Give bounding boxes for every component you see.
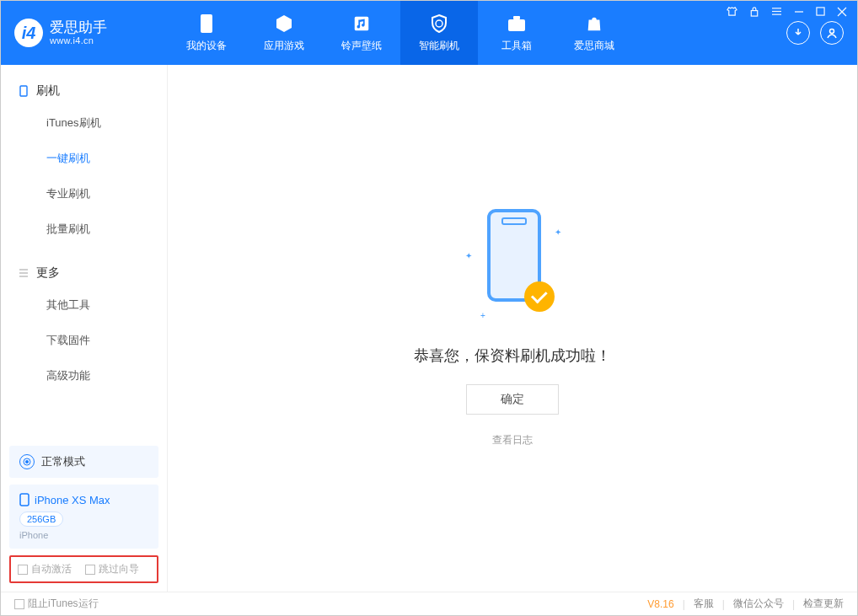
version-label: V8.16	[647, 598, 673, 610]
status-bar: 阻止iTunes运行 V8.16 | 客服 | 微信公众号 | 检查更新	[1, 592, 857, 615]
nav-my-device[interactable]: 我的设备	[168, 1, 245, 65]
view-log-link[interactable]: 查看日志	[492, 433, 533, 447]
svg-rect-9	[817, 8, 824, 15]
footer-link-support[interactable]: 客服	[694, 597, 714, 611]
toolbox-icon	[507, 13, 527, 34]
sidebar-header-flash: 刷机	[1, 77, 167, 105]
sidebar-section-flash: 刷机 iTunes刷机 一键刷机 专业刷机 批量刷机	[1, 65, 167, 247]
checkbox-label: 跳过向导	[99, 562, 139, 576]
app-header: i4 爱思助手 www.i4.cn 我的设备 应用游戏 铃声壁纸 智能刷机 工具…	[1, 1, 857, 65]
mode-icon	[19, 454, 35, 469]
checkbox-label: 自动激活	[31, 562, 72, 576]
logo-text: 爱思助手 www.i4.cn	[50, 20, 107, 46]
device-storage: 256GB	[19, 512, 63, 527]
svg-rect-4	[751, 11, 757, 17]
device-name: iPhone XS Max	[35, 494, 110, 506]
app-url: www.i4.cn	[50, 35, 107, 46]
footer-link-update[interactable]: 检查更新	[803, 597, 844, 611]
svg-rect-2	[508, 19, 525, 31]
device-card[interactable]: iPhone XS Max 256GB iPhone	[9, 485, 158, 549]
confirm-button[interactable]: 确定	[466, 384, 559, 415]
app-body: 刷机 iTunes刷机 一键刷机 专业刷机 批量刷机 更多 其他工具 下载固件 …	[1, 65, 857, 592]
nav-label: 铃声壁纸	[341, 39, 382, 53]
svg-point-12	[830, 29, 834, 34]
user-button[interactable]	[820, 21, 844, 45]
sparkle-icon: ✦	[465, 251, 472, 260]
lock-icon[interactable]	[749, 6, 759, 19]
sidebar-section-more: 更多 其他工具 下载固件 高级功能	[1, 247, 167, 394]
sidebar-item-batch-flash[interactable]: 批量刷机	[1, 212, 167, 247]
sidebar: 刷机 iTunes刷机 一键刷机 专业刷机 批量刷机 更多 其他工具 下载固件 …	[1, 65, 168, 592]
nav-label: 智能刷机	[419, 39, 459, 53]
phone-small-icon	[19, 493, 29, 506]
checkbox-block-itunes[interactable]: 阻止iTunes运行	[14, 597, 99, 611]
sidebar-item-download-firmware[interactable]: 下载固件	[1, 323, 167, 358]
sparkle-icon: +	[480, 311, 485, 320]
nav-label: 爱思商城	[574, 39, 614, 53]
header-right-buttons	[786, 21, 844, 45]
footer-right: V8.16 | 客服 | 微信公众号 | 检查更新	[647, 597, 844, 611]
svg-rect-13	[20, 86, 27, 96]
success-illustration: ✦ ✦ +	[462, 209, 563, 327]
sidebar-item-pro-flash[interactable]: 专业刷机	[1, 176, 167, 212]
checkbox-auto-activate[interactable]: 自动激活	[18, 562, 72, 576]
window-controls	[727, 6, 847, 19]
svg-point-17	[25, 460, 29, 463]
sidebar-item-itunes-flash[interactable]: iTunes刷机	[1, 105, 167, 141]
mode-label: 正常模式	[41, 454, 85, 469]
app-name: 爱思助手	[50, 20, 107, 36]
check-badge-icon	[524, 281, 555, 312]
sidebar-item-oneclick-flash[interactable]: 一键刷机	[1, 141, 167, 176]
nav-store[interactable]: 爱思商城	[555, 1, 633, 65]
nav-ringtones-wallpapers[interactable]: 铃声壁纸	[323, 1, 400, 65]
nav-toolbox[interactable]: 工具箱	[478, 1, 555, 65]
cube-icon	[274, 13, 294, 34]
success-message: 恭喜您，保资料刷机成功啦！	[414, 345, 611, 366]
sidebar-item-other-tools[interactable]: 其他工具	[1, 287, 167, 323]
menu-icon[interactable]	[771, 7, 782, 19]
main-content: ✦ ✦ + 恭喜您，保资料刷机成功啦！ 确定 查看日志	[168, 65, 857, 592]
section-title: 刷机	[36, 83, 60, 99]
sparkle-icon: ✦	[555, 228, 561, 237]
nav-label: 工具箱	[501, 39, 532, 53]
top-nav: 我的设备 应用游戏 铃声壁纸 智能刷机 工具箱 爱思商城	[168, 1, 633, 65]
mode-card[interactable]: 正常模式	[9, 446, 158, 478]
section-title: 更多	[36, 265, 60, 281]
bag-icon	[584, 13, 604, 34]
flash-options-highlight: 自动激活 跳过向导	[9, 555, 158, 583]
sidebar-header-more: 更多	[1, 259, 167, 287]
svg-rect-1	[355, 16, 369, 30]
minimize-button[interactable]	[794, 7, 804, 19]
download-button[interactable]	[786, 21, 810, 45]
nav-label: 应用游戏	[264, 39, 304, 53]
sidebar-item-advanced[interactable]: 高级功能	[1, 358, 167, 394]
svg-rect-19	[20, 494, 29, 506]
shirt-icon[interactable]	[727, 6, 737, 19]
close-button[interactable]	[837, 7, 847, 19]
logo-icon: i4	[14, 19, 43, 47]
list-icon	[18, 267, 29, 279]
refresh-shield-icon	[429, 13, 449, 34]
checkbox-label: 阻止iTunes运行	[28, 597, 99, 611]
phone-icon	[196, 13, 217, 34]
checkbox-skip-guide[interactable]: 跳过向导	[85, 562, 139, 576]
svg-rect-3	[513, 16, 520, 19]
nav-smart-flash[interactable]: 智能刷机	[400, 1, 478, 65]
footer-link-wechat[interactable]: 微信公众号	[733, 597, 784, 611]
music-note-icon	[351, 13, 372, 34]
device-icon	[18, 85, 29, 97]
logo-area[interactable]: i4 爱思助手 www.i4.cn	[1, 19, 168, 47]
maximize-button[interactable]	[816, 7, 825, 19]
nav-label: 我的设备	[186, 39, 227, 53]
svg-rect-0	[201, 14, 212, 33]
device-type: iPhone	[19, 530, 148, 540]
sidebar-bottom: 正常模式 iPhone XS Max 256GB iPhone 自动激活 跳过向…	[1, 437, 167, 592]
nav-apps-games[interactable]: 应用游戏	[245, 1, 323, 65]
